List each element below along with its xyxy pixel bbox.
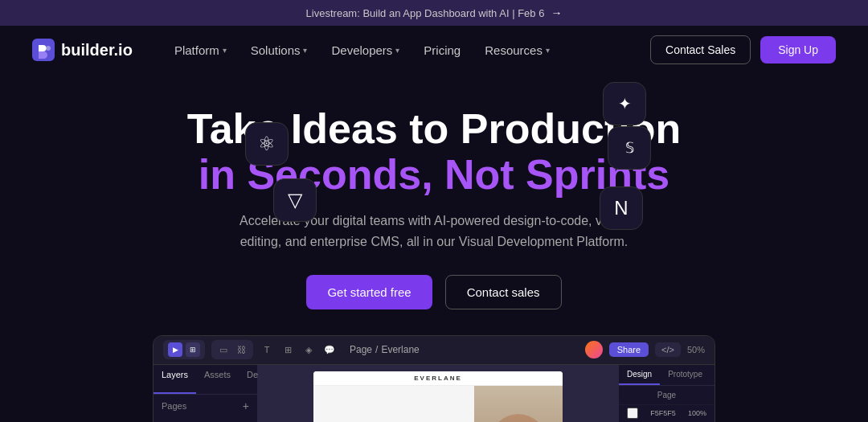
nav-developers[interactable]: Developers ▾ <box>321 37 409 64</box>
person-figure <box>490 414 547 422</box>
user-avatar <box>585 341 603 358</box>
code-button[interactable]: </> <box>655 342 681 357</box>
frame-icon: ⊞ <box>186 342 200 357</box>
preview-person <box>474 386 563 422</box>
tab-layers[interactable]: Layers <box>154 365 196 394</box>
text-icon: T <box>260 342 274 357</box>
navbar: builder.io Platform ▾ Solutions ▾ Develo… <box>0 26 868 74</box>
signup-button[interactable]: Sign Up <box>760 36 836 64</box>
get-started-button[interactable]: Get started free <box>306 275 432 309</box>
color-swatch[interactable] <box>627 408 638 419</box>
nav-resources[interactable]: Resources ▾ <box>475 37 559 64</box>
nav-solutions[interactable]: Solutions ▾ <box>241 37 317 64</box>
contact-sales-button[interactable]: Contact Sales <box>650 35 751 64</box>
nav-links: Platform ▾ Solutions ▾ Developers ▾ Pric… <box>165 37 650 64</box>
banner-arrow[interactable]: → <box>551 6 562 19</box>
logo-icon <box>32 39 55 61</box>
right-panel: Design Prototype Page F5F5F5 100% Local … <box>618 365 714 422</box>
figma-icon: ✦ <box>603 82 646 125</box>
breadcrumb-item: Everlane <box>381 344 419 355</box>
vue-icon: ▽ <box>273 178 317 222</box>
pages-header: Pages + <box>154 395 257 417</box>
toolbar-group-2: ▭ ⛓ <box>211 340 253 359</box>
top-banner: Livestream: Build an App Dashboard with … <box>0 0 868 26</box>
opacity-value: 100% <box>688 409 706 417</box>
nextjs-icon: N <box>600 186 643 230</box>
breadcrumb-sep: / <box>375 344 378 355</box>
chevron-down-icon: ▾ <box>303 46 307 55</box>
canvas-area: EVERLANE Spring Linen Meet warmer weathe… <box>258 365 618 422</box>
color-value: F5F5F5 <box>650 409 676 417</box>
cursor-icon: ▶ <box>168 342 182 357</box>
grid-icon: ⊞ <box>280 342 295 357</box>
component-icon: ◈ <box>301 342 316 357</box>
svg-point-1 <box>46 46 51 51</box>
logo-text: builder.io <box>61 41 133 59</box>
tab-assets[interactable]: Assets <box>196 365 239 394</box>
chevron-down-icon: ▾ <box>395 46 399 55</box>
zoom-level: 50% <box>687 345 705 354</box>
preview-image <box>474 386 563 422</box>
rp-color-row: F5F5F5 100% <box>619 405 714 421</box>
add-page-button[interactable]: + <box>243 399 249 412</box>
nav-pricing[interactable]: Pricing <box>414 37 470 64</box>
left-panel: Layers Assets Design › Pages + ✓ Design … <box>154 365 258 422</box>
nav-platform[interactable]: Platform ▾ <box>165 37 236 64</box>
canvas-preview: EVERLANE Spring Linen Meet warmer weathe… <box>313 371 563 422</box>
sketch-icon: 𝕊 <box>608 126 651 170</box>
toolbar-group-1: ▶ ⊞ <box>163 340 205 359</box>
hero-buttons: Get started free Contact sales <box>16 275 852 309</box>
react-icon: ⚛ <box>245 122 289 166</box>
dashboard-body: Layers Assets Design › Pages + ✓ Design … <box>154 365 714 422</box>
preview-body: Spring Linen Meet warmer weather in back… <box>313 386 563 422</box>
tab-design-right[interactable]: Design <box>619 365 660 385</box>
right-tabs: Design Prototype <box>619 365 714 386</box>
preview-text: Spring Linen Meet warmer weather in back… <box>313 386 474 422</box>
tab-prototype-right[interactable]: Prototype <box>660 365 710 385</box>
left-tabs: Layers Assets Design › <box>154 365 257 395</box>
chevron-down-icon: ▾ <box>546 46 550 55</box>
banner-text: Livestream: Build an App Dashboard with … <box>306 7 545 19</box>
logo[interactable]: builder.io <box>32 39 133 61</box>
preview-brand: EVERLANE <box>313 371 563 386</box>
rect-icon: ▭ <box>216 342 231 357</box>
comment-icon: 💬 <box>322 342 337 357</box>
dashboard-preview: ▶ ⊞ ▭ ⛓ T ⊞ ◈ 💬 Page / Everlane Share </… <box>153 335 715 422</box>
contact-sales-hero-button[interactable]: Contact sales <box>445 275 562 309</box>
rp-page-section: Page <box>619 386 714 405</box>
chevron-down-icon: ▾ <box>223 46 227 55</box>
page-item-design[interactable]: ✓ Design <box>154 417 257 422</box>
dashboard-toolbar: ▶ ⊞ ▭ ⛓ T ⊞ ◈ 💬 Page / Everlane Share </… <box>154 336 714 365</box>
toolbar-right: Share </> 50% <box>585 341 705 358</box>
nav-actions: Contact Sales Sign Up <box>650 35 836 64</box>
pages-label: Pages <box>162 401 186 411</box>
hero-title: Take Ideas to Production in Seconds, Not… <box>16 106 852 198</box>
share-button[interactable]: Share <box>609 342 649 357</box>
hero-section: ⚛ ✦ 𝕊 ▽ N Take Ideas to Production in Se… <box>0 74 868 422</box>
dashboard-breadcrumb: Page / Everlane <box>350 344 579 355</box>
breadcrumb-page: Page <box>350 344 372 355</box>
link-icon: ⛓ <box>234 342 248 357</box>
